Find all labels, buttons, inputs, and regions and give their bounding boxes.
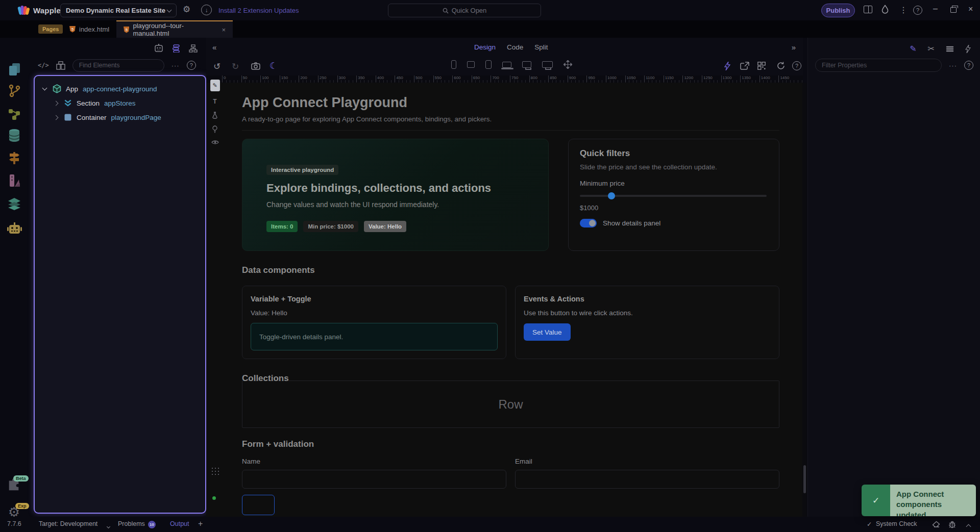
open-in-browser-icon[interactable] — [740, 62, 750, 70]
device-laptop-icon[interactable] — [502, 62, 511, 68]
target-selector[interactable]: Target: Development — [39, 520, 97, 527]
properties-edit-icon[interactable]: ✎ — [910, 44, 916, 54]
price-slider-handle[interactable] — [608, 192, 615, 199]
properties-more-icon[interactable]: ··· — [949, 62, 957, 69]
add-panel-icon[interactable]: + — [198, 519, 203, 528]
bug-icon[interactable] — [948, 521, 956, 528]
device-phone-icon[interactable] — [451, 60, 456, 69]
canvas-scrollbar[interactable] — [802, 83, 807, 517]
project-selector[interactable]: Demo Dynamic Real Estate Site — [60, 4, 177, 17]
tab-split[interactable]: Split — [534, 43, 548, 51]
set-value-button[interactable]: Set Value — [524, 323, 571, 341]
document-tab-strip: Pages 5 index.html 5 playground--tour-ma… — [0, 20, 980, 38]
items-count-chip: Items: 0 — [266, 221, 298, 232]
quick-open-button[interactable]: Quick Open — [388, 4, 541, 17]
collapse-panel-icon[interactable] — [967, 523, 970, 530]
output-button[interactable]: Output — [170, 520, 189, 527]
tree-row-app[interactable]: App app-connect-playground — [35, 82, 205, 96]
minimize-icon[interactable]: – — [933, 4, 938, 13]
split-view-icon[interactable] — [864, 6, 872, 13]
tab-design[interactable]: Design — [474, 43, 496, 51]
drag-grid-icon[interactable] — [211, 467, 219, 475]
name-input[interactable] — [242, 470, 506, 489]
undo-icon[interactable]: ↺ — [213, 61, 220, 72]
device-desktop-icon[interactable] — [522, 61, 531, 68]
notification-toast[interactable]: ✓ App Connect components updated — [862, 485, 976, 516]
publish-button[interactable]: Publish — [821, 4, 855, 17]
theme-drop-icon[interactable] — [881, 5, 889, 14]
submit-button-partial[interactable] — [242, 495, 275, 515]
expand-chevron-icon[interactable] — [52, 102, 59, 105]
extension-updates-link[interactable]: Install 2 Extension Updates — [218, 7, 299, 14]
tab-index-html[interactable]: 5 index.html — [62, 20, 116, 38]
collapse-chevron-icon[interactable] — [41, 88, 48, 90]
tree-more-icon[interactable]: ··· — [172, 62, 180, 69]
properties-help-icon[interactable]: ? — [964, 61, 973, 70]
card-title: Events & Actions — [524, 295, 771, 303]
variable-value-line: Value: Hello — [251, 309, 498, 317]
price-slider[interactable] — [580, 192, 767, 199]
pages-panel-icon[interactable] — [7, 62, 21, 78]
code-view-icon[interactable]: </> — [38, 62, 49, 69]
tab-code[interactable]: Code — [507, 43, 523, 51]
cut-scissors-icon[interactable]: ✂ — [928, 44, 935, 54]
qr-preview-icon[interactable] — [757, 62, 766, 70]
problems-button[interactable]: Problems — [118, 520, 145, 527]
dark-mode-moon-icon[interactable]: ☾ — [270, 60, 278, 71]
screenshot-camera-icon[interactable] — [251, 62, 260, 70]
tree-row-container[interactable]: Container playgroundPage — [35, 110, 205, 124]
eye-icon[interactable] — [211, 140, 219, 145]
database-icon[interactable] — [8, 129, 21, 143]
move-element-icon[interactable] — [564, 60, 572, 69]
list-view-icon[interactable] — [173, 44, 180, 53]
restore-icon[interactable] — [950, 7, 957, 13]
routes-signpost-icon[interactable] — [8, 151, 21, 165]
git-icon[interactable] — [8, 84, 21, 98]
details-toggle[interactable] — [580, 219, 597, 227]
tree-view-icon[interactable] — [189, 44, 198, 53]
redo-icon[interactable]: ↻ — [232, 61, 239, 72]
lamp-icon[interactable] — [212, 125, 218, 133]
dynamic-lightning-icon[interactable] — [965, 45, 971, 53]
eraser-icon[interactable] — [932, 521, 940, 528]
tree-help-icon[interactable]: ? — [187, 61, 196, 70]
ai-robot-icon[interactable] — [7, 221, 22, 237]
system-check-label[interactable]: System Check — [876, 520, 917, 527]
edit-element-icon[interactable]: ✎ — [210, 80, 220, 91]
expand-chevron-icon[interactable] — [52, 116, 59, 119]
email-input[interactable] — [515, 470, 779, 489]
filter-properties-input[interactable] — [815, 59, 942, 72]
tab-playground-tour-manual[interactable]: 5 playground--tour-manual.html × — [116, 20, 233, 38]
refresh-icon[interactable] — [777, 62, 786, 70]
text-size-icon[interactable]: T — [213, 98, 216, 105]
collapse-left-icon[interactable]: « — [212, 43, 216, 52]
design-canvas[interactable]: App Connect Playground A ready-to-go pag… — [206, 83, 803, 517]
device-tablet-icon[interactable] — [485, 60, 492, 69]
components-package-icon[interactable] — [56, 61, 65, 70]
workflows-icon[interactable] — [8, 107, 21, 120]
pages-badge[interactable]: Pages — [38, 24, 63, 34]
stack-icon[interactable] — [946, 45, 954, 53]
exp-badge: Exp — [15, 503, 29, 509]
help-icon[interactable]: ? — [913, 6, 922, 15]
device-widescreen-icon[interactable] — [542, 61, 553, 68]
collapse-right-icon[interactable]: » — [792, 43, 796, 52]
styles-icon[interactable] — [8, 173, 21, 188]
element-side-toolbar: ✎ T — [209, 80, 221, 145]
find-elements-input[interactable] — [72, 59, 164, 72]
collections-row-placeholder[interactable]: Row — [242, 381, 779, 428]
device-square-icon[interactable] — [467, 61, 475, 68]
layers-icon[interactable] — [7, 197, 21, 211]
more-menu-icon[interactable]: ⋮ — [899, 5, 908, 15]
tab-close-icon[interactable]: × — [222, 26, 226, 34]
scrollbar-thumb[interactable] — [803, 465, 806, 493]
download-updates-icon[interactable]: ↓ — [201, 5, 212, 15]
design-help-icon[interactable]: ? — [792, 61, 801, 70]
settings-gear-icon[interactable]: ⚙ — [183, 4, 190, 15]
app-connect-lightning-icon[interactable] — [724, 62, 730, 70]
properties-toolbar: ··· ? — [815, 59, 973, 72]
flask-icon[interactable] — [212, 112, 218, 119]
ai-assistant-icon[interactable] — [154, 44, 164, 53]
tree-row-section[interactable]: Section appStores — [35, 96, 205, 110]
close-icon[interactable]: × — [968, 5, 973, 14]
